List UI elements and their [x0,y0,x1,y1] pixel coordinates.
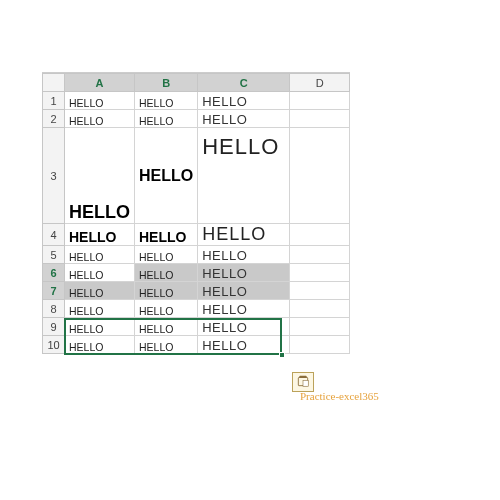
cell[interactable]: HELLO [198,336,290,354]
col-header-b[interactable]: B [135,74,198,92]
select-all-corner[interactable] [43,74,65,92]
cell[interactable]: HELLO [135,224,198,246]
row-header-10[interactable]: 10 [43,336,65,354]
row-header-8[interactable]: 8 [43,300,65,318]
cell[interactable]: HELLO [65,128,135,224]
cell[interactable] [290,318,350,336]
cell[interactable]: HELLO [135,246,198,264]
row-header-6[interactable]: 6 [43,264,65,282]
cell[interactable]: HELLO [198,300,290,318]
cell[interactable]: HELLO [198,282,290,300]
cell[interactable]: HELLO [198,110,290,128]
cell[interactable]: HELLO [135,128,198,224]
row-header-1[interactable]: 1 [43,92,65,110]
cell[interactable]: HELLO [198,246,290,264]
row-header-2[interactable]: 2 [43,110,65,128]
cell[interactable]: HELLO [198,318,290,336]
cell[interactable]: HELLO [65,246,135,264]
cell[interactable]: HELLO [135,300,198,318]
cell[interactable] [290,246,350,264]
cell[interactable]: HELLO [65,110,135,128]
cell[interactable]: HELLO [65,282,135,300]
row-header-9[interactable]: 9 [43,318,65,336]
row-header-7[interactable]: 7 [43,282,65,300]
cell[interactable]: HELLO [135,110,198,128]
col-header-d[interactable]: D [290,74,350,92]
cell[interactable]: HELLO [65,336,135,354]
cell[interactable]: HELLO [65,318,135,336]
cell[interactable] [290,264,350,282]
fill-handle[interactable] [279,352,285,358]
svg-rect-2 [303,380,308,386]
cell[interactable]: HELLO [135,318,198,336]
spreadsheet-grid[interactable]: A B C D 1 HELLO HELLO HELLO 2 HELLO HELL… [42,72,350,354]
cell[interactable]: HELLO [198,92,290,110]
cell[interactable] [290,300,350,318]
cell[interactable] [290,92,350,110]
cell[interactable]: HELLO [135,264,198,282]
col-header-a[interactable]: A [65,74,135,92]
cell[interactable]: HELLO [198,128,290,224]
cell[interactable]: HELLO [198,224,290,246]
row-header-3[interactable]: 3 [43,128,65,224]
watermark-text: Practice-excel365 [300,390,379,402]
cell[interactable]: HELLO [198,264,290,282]
row-header-4[interactable]: 4 [43,224,65,246]
paste-options-icon [296,374,310,390]
cell[interactable] [290,282,350,300]
cell[interactable]: HELLO [65,224,135,246]
col-header-c[interactable]: C [198,74,290,92]
cell[interactable]: HELLO [135,282,198,300]
cell[interactable]: HELLO [135,92,198,110]
cell[interactable] [290,336,350,354]
cell[interactable]: HELLO [135,336,198,354]
paste-options-button[interactable] [292,372,314,392]
cell[interactable]: HELLO [65,92,135,110]
cell-active[interactable]: HELLO [65,264,135,282]
cell[interactable] [290,110,350,128]
cell[interactable] [290,224,350,246]
cell[interactable] [290,128,350,224]
cell[interactable]: HELLO [65,300,135,318]
row-header-5[interactable]: 5 [43,246,65,264]
